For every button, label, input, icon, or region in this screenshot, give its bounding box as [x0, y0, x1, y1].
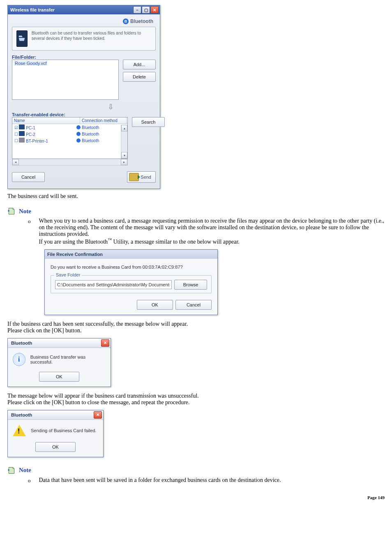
device-listbox[interactable]: Name Connection method ☑ PC-1 Bluetooth … — [12, 117, 128, 159]
window-title: Bluetooth — [11, 412, 32, 417]
file-folder-label: File/Folder: — [12, 55, 156, 60]
note-icon — [7, 207, 16, 215]
bullet-marker: o — [28, 477, 31, 484]
info-icon: i — [13, 353, 25, 366]
note-body-text: If you are using the Bluetooth™ Utility,… — [39, 239, 240, 245]
scroll-down-button[interactable]: ▾ — [121, 152, 127, 159]
computer-icon — [19, 124, 25, 129]
device-row[interactable]: ☐ BT-Printer-1 Bluetooth — [12, 137, 127, 144]
note-body-text: When you try to send a business card, a … — [39, 218, 385, 237]
note-heading: Note — [19, 467, 31, 474]
bluetooth-fail-messagebox: Bluetooth ✕ Sending of Business Card fai… — [7, 410, 104, 457]
bluetooth-icon — [76, 125, 81, 129]
file-receive-confirmation-dialog: File Receive Confirmation Do you want to… — [44, 249, 218, 315]
scroll-right-button[interactable]: ▸ — [121, 159, 127, 165]
add-button[interactable]: Add... — [123, 60, 156, 69]
bluetooth-icon — [76, 132, 81, 136]
ok-button[interactable]: OK — [35, 442, 76, 452]
bluetooth-success-messagebox: Bluetooth ✕ i Business Card transfer was… — [7, 338, 111, 387]
bluetooth-logo: B Bluetooth — [123, 18, 153, 24]
cancel-button[interactable]: Cancel — [12, 172, 45, 182]
note-icon — [7, 466, 16, 474]
message-text: Sending of Business Card failed. — [31, 428, 97, 433]
save-folder-input[interactable] — [55, 280, 172, 289]
body-text: If the business card has been sent succe… — [7, 321, 188, 327]
confirmation-question: Do you want to receive a Business Card f… — [51, 265, 212, 269]
transfer-icon — [16, 30, 28, 47]
window-title: Bluetooth — [11, 341, 32, 345]
body-text: Please click on the [OK] button. — [7, 327, 81, 334]
body-text: Please click on the [OK] button to close… — [7, 399, 190, 405]
scroll-left-button[interactable]: ◂ — [12, 159, 19, 165]
body-text: The message below will appear if the bus… — [7, 393, 199, 399]
note-heading: Note — [19, 208, 31, 215]
maximize-button[interactable]: ▢ — [142, 6, 150, 14]
bluetooth-brand-text: Bluetooth — [130, 18, 153, 24]
minimize-button[interactable]: – — [133, 6, 141, 14]
vertical-scrollbar[interactable]: ▴ ▾ — [121, 125, 127, 159]
titlebar: Wireless file transfer – ▢ ✕ — [8, 5, 160, 14]
note-body-text: Data that have been sent will be saved i… — [39, 477, 385, 484]
device-checkbox[interactable]: ☐ — [13, 138, 19, 143]
device-checkbox[interactable]: ☐ — [13, 132, 19, 136]
send-button[interactable]: Send — [127, 171, 156, 183]
ok-button[interactable]: OK — [39, 372, 79, 382]
bluetooth-icon — [76, 138, 81, 143]
window-title: Wireless file transfer — [10, 7, 55, 12]
col-connection[interactable]: Connection method — [80, 117, 127, 124]
horizontal-scrollbar[interactable]: ◂ ▸ — [12, 159, 128, 166]
search-button[interactable]: Search — [132, 117, 165, 127]
device-checkbox[interactable]: ☑ — [13, 125, 19, 130]
file-listbox[interactable]: Rose Goody.vcf — [12, 60, 119, 100]
close-button[interactable]: ✕ — [94, 411, 102, 419]
browse-button[interactable]: Browse — [174, 280, 207, 290]
body-text: The business card will be sent. — [7, 193, 385, 200]
titlebar: File Receive Confirmation — [45, 250, 217, 259]
message-text: Business Card transfer was successful. — [30, 355, 106, 364]
close-button[interactable]: ✕ — [150, 6, 159, 14]
printer-icon — [19, 138, 25, 143]
save-folder-legend: Save Folder — [54, 272, 82, 277]
titlebar: Bluetooth ✕ — [8, 410, 103, 420]
delete-button[interactable]: Delete — [123, 72, 156, 82]
close-button[interactable]: ✕ — [101, 339, 109, 347]
transfer-enabled-label: Transfer-enabled device: — [12, 112, 156, 117]
page-number: Page 149 — [7, 495, 385, 500]
col-name[interactable]: Name — [12, 117, 80, 124]
file-item[interactable]: Rose Goody.vcf — [14, 61, 47, 66]
wireless-file-transfer-dialog: Wireless file transfer – ▢ ✕ B Bluetooth… — [7, 5, 160, 189]
ok-button[interactable]: OK — [137, 300, 173, 310]
device-row[interactable]: ☐ PC-2 Bluetooth — [12, 131, 127, 137]
window-title: File Receive Confirmation — [47, 252, 103, 257]
titlebar: Bluetooth ✕ — [8, 339, 111, 348]
computer-icon — [19, 131, 25, 136]
down-arrow-icon: ⇩ — [65, 102, 156, 111]
warning-icon — [13, 425, 26, 436]
scroll-up-button[interactable]: ▴ — [121, 125, 127, 131]
dialog-description: Bluetooth can be used to transfer variou… — [32, 30, 151, 41]
cancel-button[interactable]: Cancel — [175, 300, 212, 310]
send-icon — [129, 173, 139, 181]
device-row[interactable]: ☑ PC-1 Bluetooth — [12, 124, 127, 131]
bluetooth-icon: B — [123, 18, 129, 24]
bullet-marker: o — [28, 218, 31, 245]
